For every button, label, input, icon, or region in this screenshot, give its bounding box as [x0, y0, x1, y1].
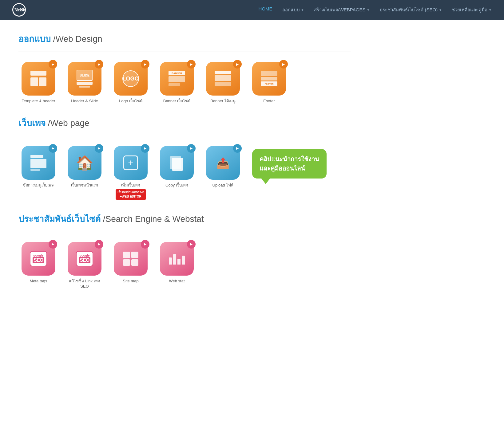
first-page-icon-box: ▶ 🏠 — [68, 146, 101, 180]
webstat-icon-box: ▶ — [160, 242, 194, 276]
webstat-icon-graphic — [168, 252, 186, 266]
template-icon-graphic — [30, 71, 46, 87]
banner-website-icon-box: ▶ BANNER — [160, 62, 194, 96]
fix-link-icon-box: ▶ google SEO — [68, 242, 101, 276]
upload-file-item[interactable]: ▶ 📤 Upload ไฟล์ — [203, 146, 243, 200]
header-slide-label: Header & Slide — [71, 99, 98, 104]
main-content: ออกแบบ /Web Design ▶ Template & header ▶ — [0, 20, 369, 314]
add-page-icon-box: ▶ + — [114, 146, 148, 180]
seo-title-eng: /Search Engine & Webstat — [103, 214, 204, 224]
design-divider — [18, 52, 351, 52]
logo-icon-graphic: LOGO — [122, 70, 139, 87]
design-title-thai: ออกแบบ — [18, 34, 51, 44]
webstat-label: Web stat — [169, 279, 185, 284]
play-badge: ▶ — [95, 60, 103, 69]
sitemap-icon-box: ▶ — [114, 242, 148, 276]
nav-design-link[interactable]: ออกแบบ ▼ — [282, 6, 304, 14]
webpage-row: ▶ จัดการเมนูเว็บเพจ ▶ 🏠 เว็บเพจหน้าแรก — [18, 146, 351, 200]
sitemap-item[interactable]: ▶ Site map — [111, 242, 151, 289]
fix-link-item[interactable]: ▶ google SEO แก้ไขชื่อ Link เพจ SEO — [65, 242, 105, 289]
play-badge: ▶ — [141, 240, 149, 249]
nav-home[interactable]: HOME — [259, 6, 272, 14]
first-page-item[interactable]: ▶ 🏠 เว็บเพจหน้าแรก — [65, 146, 105, 200]
sitemap-icon-graphic — [123, 252, 138, 266]
play-badge: ▶ — [187, 60, 196, 69]
meta-tags-icon-graphic: google SEO — [30, 251, 47, 266]
copy-page-icon-box: ▶ — [160, 146, 194, 180]
banner-website-label: Banner เว็บไซต์ — [163, 99, 191, 104]
play-badge: ▶ — [95, 144, 103, 153]
header-slide-icon-box: ▶ SLIDE — [68, 62, 101, 96]
webpage-divider — [18, 136, 351, 136]
bubble-text: คลิปแนะนำการใช้งานและคู่มือออนไลน์ — [260, 156, 319, 172]
seo-icon-grid: ▶ google SEO Meta tags ▶ google SEO แก้ไ… — [18, 242, 351, 289]
footer-label: Footer — [263, 99, 275, 104]
nav-links: HOME ออกแบบ ▼ สร้างเว็บเพจ/WEBPAGES ▼ ปร… — [259, 6, 492, 14]
template-header-item[interactable]: ▶ Template & header — [18, 62, 58, 104]
banner-menu-icon-box: ▶ — [206, 62, 240, 96]
chevron-down-icon: ▼ — [301, 8, 304, 12]
copy-page-item[interactable]: ▶ Copy เว็บเพจ — [157, 146, 197, 200]
manage-menu-icon-box: ▶ — [22, 146, 55, 180]
fix-link-icon-graphic: google SEO — [76, 251, 93, 266]
add-page-label: เพิ่มเว็บเพจ — [121, 183, 140, 188]
nav-webpages-link[interactable]: สร้างเว็บเพจ/WEBPAGES ▼ — [314, 6, 370, 14]
nav-seo[interactable]: ประชาสัมพันธ์เว็บไซต์ (SEO) ▼ — [379, 6, 442, 14]
nav-design[interactable]: ออกแบบ ▼ — [282, 6, 304, 14]
logo-label: Logo เว็บไซต์ — [119, 99, 142, 104]
copy-page-label: Copy เว็บเพจ — [165, 183, 188, 188]
house-icon: 🏠 — [76, 155, 93, 171]
nav-help-link[interactable]: ช่วยเหลือและคู่มือ ▼ — [452, 6, 492, 14]
copy-icon-graphic — [169, 155, 185, 171]
upload-file-icon-box: ▶ 📤 — [206, 146, 240, 180]
banner-menu-label: Banner ใต้เมนู — [210, 99, 236, 104]
webpage-title-thai: เว็บเพจ — [18, 118, 46, 128]
seo-divider — [18, 232, 351, 232]
nav-webpages[interactable]: สร้างเว็บเพจ/WEBPAGES ▼ — [314, 6, 370, 14]
chevron-down-icon: ▼ — [489, 8, 492, 12]
logo[interactable]: Nine Nic — [12, 3, 26, 17]
footer-icon-graphic: FOOTER — [261, 71, 277, 86]
seo-title-thai: ประชาสัมพันธ์เว็บไซต์ — [18, 214, 101, 224]
svg-text:Nic: Nic — [20, 8, 25, 12]
web-editor-badge: เว็บเพจประเภทต่างๆ+WEB EDITOR — [116, 189, 146, 200]
speech-bubble[interactable]: คลิปแนะนำการใช้งานและคู่มือออนไลน์ — [252, 149, 327, 179]
slide-icon-graphic: SLIDE — [77, 70, 93, 88]
manage-menu-icon-graphic — [30, 155, 46, 171]
play-badge: ▶ — [49, 240, 57, 249]
banner-website-item[interactable]: ▶ BANNER Banner เว็บไซต์ — [157, 62, 197, 104]
template-header-label: Template & header — [22, 99, 55, 104]
nav-help[interactable]: ช่วยเหลือและคู่มือ ▼ — [452, 6, 492, 14]
manage-menu-item[interactable]: ▶ จัดการเมนูเว็บเพจ — [18, 146, 58, 200]
logo-icon-box: ▶ LOGO — [114, 62, 148, 96]
nav-home-link[interactable]: HOME — [259, 6, 272, 11]
add-page-icon-graphic: + — [123, 155, 138, 170]
play-badge: ▶ — [233, 144, 242, 153]
banner-menu-item[interactable]: ▶ Banner ใต้เมนู — [203, 62, 243, 104]
play-badge: ▶ — [279, 60, 288, 69]
banner-menu-icon-graphic — [215, 71, 231, 86]
seo-section-title: ประชาสัมพันธ์เว็บไซต์ /Search Engine & W… — [18, 212, 351, 226]
play-badge: ▶ — [141, 60, 149, 69]
template-header-icon-box: ▶ — [22, 62, 55, 96]
footer-item[interactable]: ▶ FOOTER Footer — [249, 62, 289, 104]
manage-menu-label: จัดการเมนูเว็บเพจ — [23, 183, 54, 188]
speech-bubble-container: คลิปแนะนำการใช้งานและคู่มือออนไลน์ — [252, 149, 327, 179]
meta-tags-item[interactable]: ▶ google SEO Meta tags — [18, 242, 58, 289]
webstat-item[interactable]: ▶ Web stat — [157, 242, 197, 289]
logo-item[interactable]: ▶ LOGO Logo เว็บไซต์ — [111, 62, 151, 104]
nav-seo-link[interactable]: ประชาสัมพันธ์เว็บไซต์ (SEO) ▼ — [379, 6, 442, 14]
meta-tags-icon-box: ▶ google SEO — [22, 242, 55, 276]
chevron-down-icon: ▼ — [439, 8, 442, 12]
play-badge: ▶ — [49, 144, 57, 153]
play-badge: ▶ — [187, 240, 196, 249]
webpage-title-eng: /Web page — [48, 118, 89, 128]
chevron-down-icon: ▼ — [367, 8, 370, 12]
design-title-eng: /Web Design — [53, 34, 102, 44]
navbar: Nine Nic HOME ออกแบบ ▼ สร้างเว็บเพจ/WEBP… — [0, 0, 504, 20]
play-badge: ▶ — [95, 240, 103, 249]
webpage-icon-grid: ▶ จัดการเมนูเว็บเพจ ▶ 🏠 เว็บเพจหน้าแรก — [18, 146, 243, 200]
play-badge: ▶ — [233, 60, 242, 69]
add-page-item[interactable]: ▶ + เพิ่มเว็บเพจ เว็บเพจประเภทต่างๆ+WEB … — [111, 146, 151, 200]
header-slide-item[interactable]: ▶ SLIDE Header & Slide — [65, 62, 105, 104]
